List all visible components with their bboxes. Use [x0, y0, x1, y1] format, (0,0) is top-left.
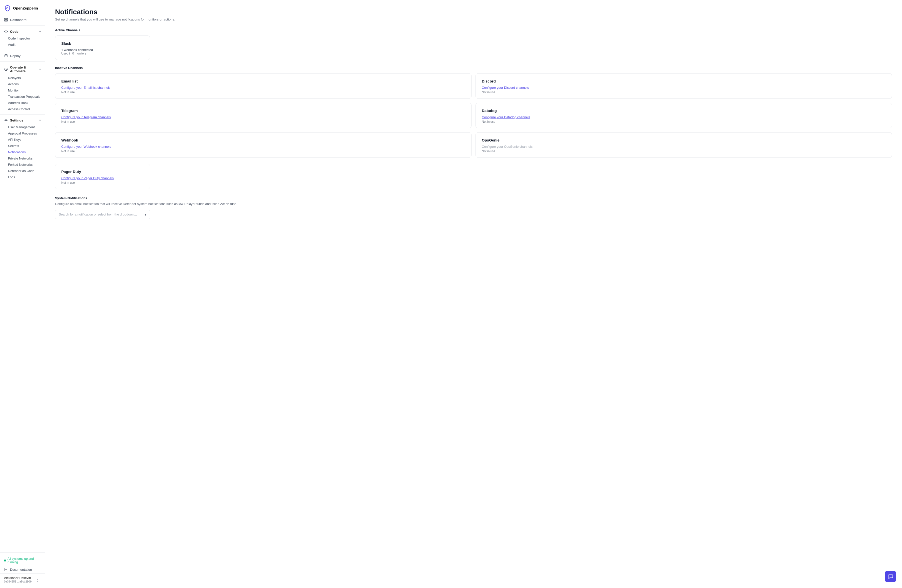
sidebar-item-transaction-proposals[interactable]: Transaction Proposals — [0, 94, 45, 100]
dropdown-caret-icon: ▾ — [144, 213, 146, 216]
inactive-channels-grid: Email list Configure your Email list cha… — [55, 73, 892, 158]
sidebar-item-defender-as-code[interactable]: Defender as Code — [0, 168, 45, 174]
openzeppelin-logo-icon: Z — [4, 5, 11, 11]
system-status: All systems up and running — [0, 555, 45, 566]
slack-connected-text[interactable]: 1 webhook connected → — [61, 48, 144, 52]
slack-channel-name: Slack — [61, 41, 144, 45]
page-subtitle: Set up channels that you will use to man… — [55, 17, 892, 21]
sidebar-deploy-label: Deploy — [10, 54, 20, 58]
code-icon — [4, 30, 8, 33]
user-name: Aleksandr Pasevin — [4, 576, 32, 580]
channel-card-telegram: Telegram Configure your Telegram channel… — [55, 103, 471, 128]
svg-rect-4 — [5, 20, 6, 21]
sidebar-settings-label: Settings — [10, 119, 23, 122]
email-list-configure-link[interactable]: Configure your Email list channels — [61, 86, 465, 89]
sidebar-item-address-book[interactable]: Address Book — [0, 100, 45, 106]
deploy-icon — [4, 54, 8, 58]
webhook-configure-link[interactable]: Configure your Webhook channels — [61, 145, 465, 149]
sidebar-item-private-networks[interactable]: Private Networks — [0, 155, 45, 161]
discord-name: Discord — [482, 79, 886, 83]
discord-configure-link[interactable]: Configure your Discord channels — [482, 86, 886, 89]
channel-card-email-list: Email list Configure your Email list cha… — [55, 73, 471, 99]
chat-fab-button[interactable] — [885, 571, 896, 582]
status-dot-icon — [4, 560, 6, 561]
page-title: Notifications — [55, 8, 892, 16]
sidebar-operate-label: Operate & Automate — [10, 66, 37, 73]
user-profile: Aleksandr Pasevin 0a394553-...a5cb29060 … — [0, 573, 45, 585]
inactive-channels-label: Inactive Channels — [55, 66, 892, 70]
discord-status: Not in use — [482, 91, 886, 94]
svg-rect-2 — [5, 18, 6, 19]
sidebar-item-logs[interactable]: Logs — [0, 174, 45, 180]
email-list-status: Not in use — [61, 91, 465, 94]
telegram-status: Not in use — [61, 120, 465, 124]
app-name: OpenZeppelin — [13, 6, 38, 10]
system-notifications-desc: Configure an email notification that wil… — [55, 202, 892, 206]
sidebar-item-notifications[interactable]: Notifications — [0, 149, 45, 155]
sidebar-item-approval-processes[interactable]: Approval Processes — [0, 130, 45, 136]
sidebar-item-forked-networks[interactable]: Forked Networks — [0, 161, 45, 168]
settings-chevron-icon: ▾ — [39, 119, 41, 122]
pager-duty-configure-link[interactable]: Configure your Pager Duty channels — [61, 176, 144, 180]
pager-duty-status: Not in use — [61, 181, 144, 185]
webhook-name: Webhook — [61, 138, 465, 142]
datadog-name: Datadog — [482, 108, 886, 113]
sidebar-item-code-inspector[interactable]: Code Inspector — [0, 35, 45, 42]
settings-icon — [4, 118, 8, 122]
notification-search-dropdown[interactable]: Search for a notification or select from… — [55, 210, 150, 219]
channel-card-webhook: Webhook Configure your Webhook channels … — [55, 132, 471, 158]
main-content: Notifications Set up channels that you w… — [45, 0, 902, 588]
app-logo[interactable]: Z OpenZeppelin — [0, 0, 45, 15]
notification-search-placeholder: Search for a notification or select from… — [59, 213, 137, 216]
system-notifications-section: System Notifications Configure an email … — [55, 196, 892, 219]
grid-icon — [4, 18, 8, 22]
sidebar-item-audit[interactable]: Audit — [0, 42, 45, 48]
channel-card-discord: Discord Configure your Discord channels … — [476, 73, 892, 99]
svg-text:Z: Z — [6, 6, 8, 10]
system-notifications-title: System Notifications — [55, 196, 892, 200]
sidebar-item-api-keys[interactable]: API Keys — [0, 136, 45, 143]
email-list-name: Email list — [61, 79, 465, 83]
sidebar-item-relayers[interactable]: Relayers — [0, 75, 45, 81]
telegram-configure-link[interactable]: Configure your Telegram channels — [61, 115, 465, 119]
channel-card-datadog: Datadog Configure your Datadog channels … — [476, 103, 892, 128]
code-chevron-icon: ▾ — [39, 30, 41, 33]
sidebar-dashboard-label: Dashboard — [10, 18, 27, 22]
sidebar-item-secrets[interactable]: Secrets — [0, 143, 45, 149]
sidebar-item-deploy[interactable]: Deploy — [0, 52, 45, 59]
sidebar-item-monitor[interactable]: Monitor — [0, 87, 45, 94]
channel-card-slack: Slack 1 webhook connected → Used in 0 mo… — [55, 36, 150, 60]
opsgenie-status: Not in use — [482, 150, 886, 153]
operate-icon — [4, 67, 8, 71]
channel-card-opsgenie: OpsGenie Configure your OpsGenie channel… — [476, 132, 892, 158]
svg-point-10 — [6, 120, 6, 121]
sidebar-item-user-management[interactable]: User Management — [0, 124, 45, 130]
opsgenie-name: OpsGenie — [482, 138, 886, 142]
datadog-status: Not in use — [482, 120, 886, 124]
sidebar-item-documentation[interactable]: Documentation — [0, 566, 45, 573]
slack-status: Used in 0 monitors — [61, 52, 144, 55]
sidebar-item-settings[interactable]: Settings ▾ — [0, 116, 45, 124]
webhook-status: Not in use — [61, 150, 465, 153]
sidebar-item-operate[interactable]: Operate & Automate ▾ — [0, 64, 45, 75]
svg-rect-5 — [6, 20, 8, 21]
pager-duty-name: Pager Duty — [61, 169, 144, 174]
operate-chevron-icon: ▾ — [39, 68, 41, 71]
user-id: 0a394553-...a5cb29060 ⧉ — [4, 580, 32, 583]
sidebar-item-access-control[interactable]: Access Control — [0, 106, 45, 112]
opsgenie-configure-link[interactable]: Configure your OpsGenie channels — [482, 145, 886, 149]
sidebar: Z OpenZeppelin Dashboard Code ▾ Code Ins… — [0, 0, 45, 588]
datadog-configure-link[interactable]: Configure your Datadog channels — [482, 115, 886, 119]
channel-card-pager-duty: Pager Duty Configure your Pager Duty cha… — [55, 164, 150, 189]
svg-rect-3 — [6, 18, 8, 19]
book-icon — [4, 568, 8, 571]
active-channels-label: Active Channels — [55, 28, 892, 32]
user-menu-button[interactable]: ⋮ — [34, 576, 41, 583]
sidebar-code-label: Code — [10, 30, 19, 33]
sidebar-item-dashboard[interactable]: Dashboard — [0, 16, 45, 23]
telegram-name: Telegram — [61, 108, 465, 113]
sidebar-item-code[interactable]: Code ▾ — [0, 28, 45, 35]
sidebar-item-actions[interactable]: Actions — [0, 81, 45, 87]
chat-icon — [888, 574, 893, 579]
